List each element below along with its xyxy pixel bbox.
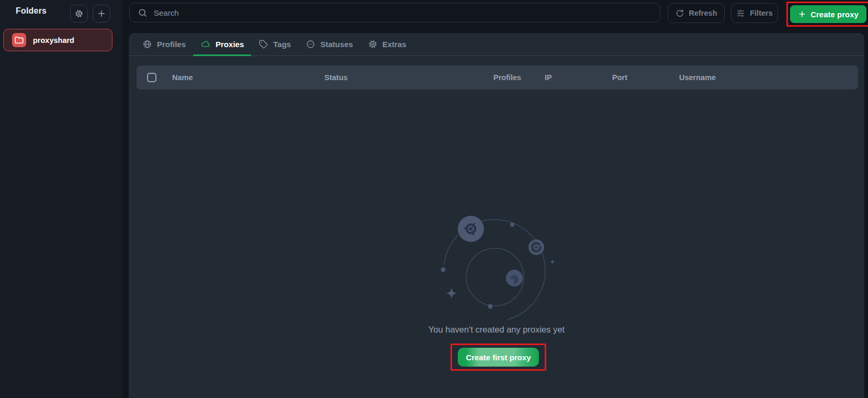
empty-state-illustration bbox=[411, 190, 589, 337]
cloud-icon bbox=[200, 39, 211, 50]
filters-button[interactable]: Filters bbox=[731, 3, 778, 23]
column-header-status: Status bbox=[324, 73, 347, 82]
filters-label: Filters bbox=[750, 9, 773, 17]
fingerprint-icon bbox=[506, 270, 523, 286]
tab-label: Statuses bbox=[320, 40, 353, 49]
empty-state-message: You haven't created any proxies yet bbox=[129, 325, 864, 335]
annotation-create-proxy-highlight: Create proxy bbox=[786, 2, 868, 27]
tab-extras[interactable]: Extras bbox=[360, 33, 414, 56]
tab-label: Proxies bbox=[216, 40, 244, 49]
gear-icon bbox=[368, 39, 378, 49]
search-input[interactable] bbox=[148, 3, 660, 22]
folder-settings-button[interactable] bbox=[70, 5, 88, 23]
column-header-username: Username bbox=[679, 73, 716, 82]
tab-label: Extras bbox=[382, 40, 407, 49]
firefox-icon bbox=[528, 239, 544, 255]
sidebar-folder-proxyshard[interactable]: proxyshard bbox=[3, 29, 112, 51]
folder-name: proxyshard bbox=[33, 36, 74, 45]
refresh-label: Refresh bbox=[689, 9, 717, 17]
create-proxy-button[interactable]: Create proxy bbox=[790, 5, 866, 23]
refresh-icon bbox=[675, 9, 684, 18]
column-header-profiles: Profiles bbox=[493, 73, 521, 82]
column-header-ip: IP bbox=[545, 73, 552, 82]
create-first-proxy-label: Create first proxy bbox=[466, 353, 531, 362]
filters-icon bbox=[736, 9, 745, 18]
tab-profiles[interactable]: Profiles bbox=[135, 33, 193, 56]
table-header-row: Name Status Profiles IP Port Username bbox=[137, 65, 858, 90]
tab-statuses[interactable]: Statuses bbox=[298, 33, 360, 56]
folders-title: Folders bbox=[16, 6, 47, 16]
column-header-port: Port bbox=[612, 73, 627, 82]
proxies-panel: Profiles Proxies Tags bbox=[129, 33, 864, 398]
search-icon bbox=[138, 8, 148, 18]
folders-sidebar: Folders proxyshard bbox=[0, 0, 122, 398]
gear-icon bbox=[74, 9, 84, 18]
refresh-button[interactable]: Refresh bbox=[668, 3, 725, 23]
create-proxy-label: Create proxy bbox=[810, 10, 859, 19]
tab-label: Profiles bbox=[157, 40, 186, 49]
select-all-checkbox[interactable] bbox=[147, 73, 156, 82]
plus-icon bbox=[97, 9, 106, 18]
tab-bar: Profiles Proxies Tags bbox=[129, 33, 864, 56]
sparkle-icon bbox=[550, 259, 556, 265]
plus-icon bbox=[798, 10, 806, 18]
tab-tags[interactable]: Tags bbox=[251, 33, 298, 56]
tab-proxies[interactable]: Proxies bbox=[193, 33, 251, 56]
circle-ellipsis-icon bbox=[306, 39, 315, 49]
tag-icon bbox=[258, 39, 268, 49]
tab-label: Tags bbox=[273, 40, 291, 49]
create-first-proxy-button[interactable]: Create first proxy bbox=[458, 348, 539, 367]
chrome-icon bbox=[458, 216, 484, 242]
annotation-first-proxy-highlight: Create first proxy bbox=[450, 344, 546, 371]
globe-icon bbox=[142, 39, 152, 49]
sparkle-icon bbox=[446, 288, 457, 299]
column-header-name: Name bbox=[172, 73, 193, 82]
search-box bbox=[129, 3, 660, 23]
add-folder-button[interactable] bbox=[93, 5, 110, 23]
folder-icon bbox=[12, 33, 26, 47]
